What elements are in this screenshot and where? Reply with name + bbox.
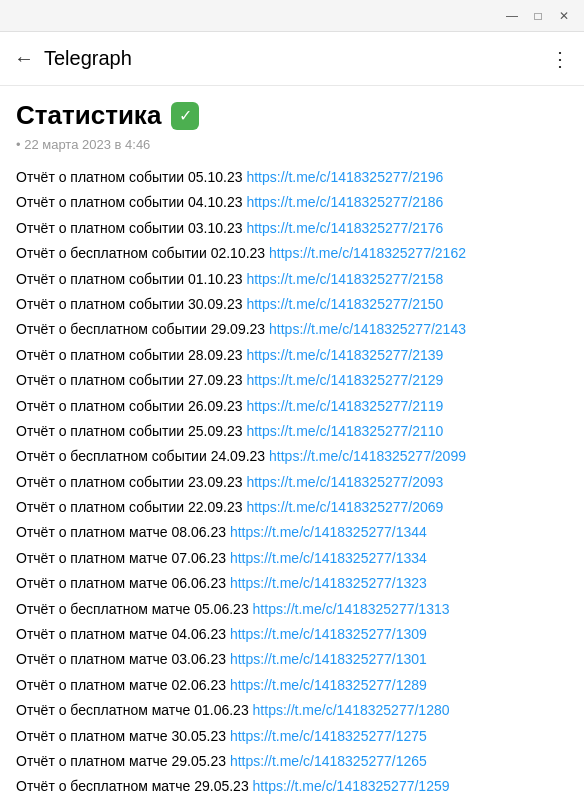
- list-item: Отчёт о платном событии 23.09.23 https:/…: [16, 471, 568, 493]
- item-link[interactable]: https://t.me/c/1418325277/2129: [246, 372, 443, 388]
- item-text: Отчёт о платном событии 27.09.23: [16, 372, 246, 388]
- item-link[interactable]: https://t.me/c/1418325277/1344: [230, 524, 427, 540]
- item-link[interactable]: https://t.me/c/1418325277/1259: [253, 778, 450, 794]
- list-item: Отчёт о платном матче 07.06.23 https://t…: [16, 547, 568, 569]
- list-item: Отчёт о платном событии 03.10.23 https:/…: [16, 217, 568, 239]
- item-link[interactable]: https://t.me/c/1418325277/2069: [246, 499, 443, 515]
- date-label: • 22 марта 2023 в 4:46: [16, 137, 568, 152]
- item-text: Отчёт о платном событии 03.10.23: [16, 220, 246, 236]
- list-item: Отчёт о платном событии 25.09.23 https:/…: [16, 420, 568, 442]
- checkmark-badge: ✓: [171, 102, 199, 130]
- item-link[interactable]: https://t.me/c/1418325277/1275: [230, 728, 427, 744]
- item-link[interactable]: https://t.me/c/1418325277/1309: [230, 626, 427, 642]
- list-item: Отчёт о платном матче 30.05.23 https://t…: [16, 725, 568, 747]
- item-text: Отчёт о платном событии 28.09.23: [16, 347, 246, 363]
- item-text: Отчёт о бесплатном матче 29.05.23: [16, 778, 253, 794]
- list-item: Отчёт о бесплатном матче 01.06.23 https:…: [16, 699, 568, 721]
- list-item: Отчёт о бесплатном событии 02.10.23 http…: [16, 242, 568, 264]
- list-item: Отчёт о платном событии 27.09.23 https:/…: [16, 369, 568, 391]
- list-item: Отчёт о платном событии 26.09.23 https:/…: [16, 395, 568, 417]
- item-text: Отчёт о платном матче 03.06.23: [16, 651, 230, 667]
- title-bar: — □ ✕: [0, 0, 584, 32]
- item-text: Отчёт о платном матче 29.05.23: [16, 753, 230, 769]
- list-item: Отчёт о платном событии 30.09.23 https:/…: [16, 293, 568, 315]
- item-text: Отчёт о платном событии 23.09.23: [16, 474, 246, 490]
- item-link[interactable]: https://t.me/c/1418325277/1301: [230, 651, 427, 667]
- list-item: Отчёт о платном матче 06.06.23 https://t…: [16, 572, 568, 594]
- item-text: Отчёт о платном матче 02.06.23: [16, 677, 230, 693]
- window-controls: — □ ✕: [504, 8, 572, 24]
- item-text: Отчёт о платном событии 26.09.23: [16, 398, 246, 414]
- list-item: Отчёт о платном матче 29.05.23 https://t…: [16, 750, 568, 772]
- content-area: Статистика ✓ • 22 марта 2023 в 4:46 Отчё…: [0, 86, 584, 805]
- item-text: Отчёт о платном матче 07.06.23: [16, 550, 230, 566]
- page-title-row: Статистика ✓: [16, 100, 568, 131]
- item-text: Отчёт о бесплатном событии 24.09.23: [16, 448, 269, 464]
- item-text: Отчёт о бесплатном матче 05.06.23: [16, 601, 253, 617]
- item-link[interactable]: https://t.me/c/1418325277/2196: [246, 169, 443, 185]
- minimize-button[interactable]: —: [504, 8, 520, 24]
- item-link[interactable]: https://t.me/c/1418325277/1323: [230, 575, 427, 591]
- back-icon: ←: [14, 47, 34, 70]
- item-text: Отчёт о платном событии 05.10.23: [16, 169, 246, 185]
- item-link[interactable]: https://t.me/c/1418325277/2176: [246, 220, 443, 236]
- list-item: Отчёт о платном матче 03.06.23 https://t…: [16, 648, 568, 670]
- item-link[interactable]: https://t.me/c/1418325277/2162: [269, 245, 466, 261]
- item-text: Отчёт о платном событии 01.10.23: [16, 271, 246, 287]
- item-text: Отчёт о платном матче 08.06.23: [16, 524, 230, 540]
- item-text: Отчёт о платном событии 25.09.23: [16, 423, 246, 439]
- item-link[interactable]: https://t.me/c/1418325277/1280: [253, 702, 450, 718]
- item-text: Отчёт о платном матче 06.06.23: [16, 575, 230, 591]
- list-item: Отчёт о бесплатном матче 05.06.23 https:…: [16, 598, 568, 620]
- list-item: Отчёт о платном матче 02.06.23 https://t…: [16, 674, 568, 696]
- item-link[interactable]: https://t.me/c/1418325277/2119: [246, 398, 443, 414]
- item-text: Отчёт о платном событии 30.09.23: [16, 296, 246, 312]
- item-link[interactable]: https://t.me/c/1418325277/2150: [246, 296, 443, 312]
- item-text: Отчёт о бесплатном событии 29.09.23: [16, 321, 269, 337]
- back-button[interactable]: ←: [14, 47, 34, 70]
- more-icon: ⋮: [550, 47, 570, 71]
- items-list: Отчёт о платном событии 05.10.23 https:/…: [16, 166, 568, 798]
- item-link[interactable]: https://t.me/c/1418325277/2143: [269, 321, 466, 337]
- item-link[interactable]: https://t.me/c/1418325277/2099: [269, 448, 466, 464]
- list-item: Отчёт о платном событии 01.10.23 https:/…: [16, 268, 568, 290]
- more-button[interactable]: ⋮: [550, 47, 570, 71]
- item-link[interactable]: https://t.me/c/1418325277/1334: [230, 550, 427, 566]
- maximize-button[interactable]: □: [530, 8, 546, 24]
- close-button[interactable]: ✕: [556, 8, 572, 24]
- list-item: Отчёт о бесплатном матче 29.05.23 https:…: [16, 775, 568, 797]
- list-item: Отчёт о платном матче 04.06.23 https://t…: [16, 623, 568, 645]
- item-link[interactable]: https://t.me/c/1418325277/2158: [246, 271, 443, 287]
- item-text: Отчёт о бесплатном событии 02.10.23: [16, 245, 269, 261]
- app-header: ← Telegraph ⋮: [0, 32, 584, 86]
- list-item: Отчёт о платном событии 05.10.23 https:/…: [16, 166, 568, 188]
- list-item: Отчёт о бесплатном событии 24.09.23 http…: [16, 445, 568, 467]
- item-link[interactable]: https://t.me/c/1418325277/2139: [246, 347, 443, 363]
- checkmark-icon: ✓: [179, 106, 192, 125]
- item-text: Отчёт о платном матче 30.05.23: [16, 728, 230, 744]
- item-link[interactable]: https://t.me/c/1418325277/2110: [246, 423, 443, 439]
- item-link[interactable]: https://t.me/c/1418325277/2186: [246, 194, 443, 210]
- list-item: Отчёт о бесплатном событии 29.09.23 http…: [16, 318, 568, 340]
- list-item: Отчёт о платном событии 28.09.23 https:/…: [16, 344, 568, 366]
- item-link[interactable]: https://t.me/c/1418325277/1265: [230, 753, 427, 769]
- app-title: Telegraph: [44, 47, 550, 70]
- item-link[interactable]: https://t.me/c/1418325277/1313: [253, 601, 450, 617]
- item-link[interactable]: https://t.me/c/1418325277/1289: [230, 677, 427, 693]
- page-title: Статистика: [16, 100, 161, 131]
- item-text: Отчёт о платном событии 22.09.23: [16, 499, 246, 515]
- item-text: Отчёт о платном матче 04.06.23: [16, 626, 230, 642]
- item-link[interactable]: https://t.me/c/1418325277/2093: [246, 474, 443, 490]
- list-item: Отчёт о платном событии 22.09.23 https:/…: [16, 496, 568, 518]
- item-text: Отчёт о платном событии 04.10.23: [16, 194, 246, 210]
- list-item: Отчёт о платном матче 08.06.23 https://t…: [16, 521, 568, 543]
- list-item: Отчёт о платном событии 04.10.23 https:/…: [16, 191, 568, 213]
- item-text: Отчёт о бесплатном матче 01.06.23: [16, 702, 253, 718]
